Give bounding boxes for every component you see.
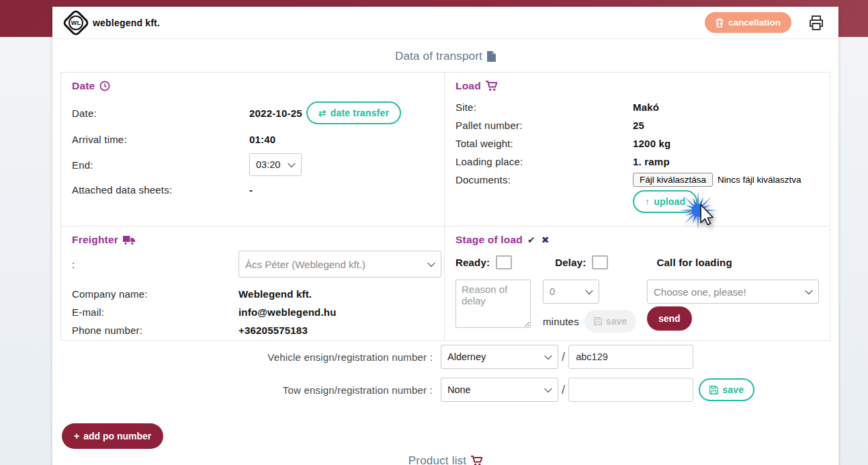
total-weight-value: 1200 kg — [633, 138, 670, 149]
registration-save-button[interactable]: save — [699, 378, 754, 401]
delay-label: Delay: — [555, 257, 586, 268]
plus-icon: + — [74, 431, 79, 441]
printer-icon — [808, 15, 825, 31]
tow-registration-row: Tow ensign/registration number : None / … — [52, 378, 838, 402]
header-actions: cancellation — [705, 12, 825, 33]
page-title-text: Data of transport — [395, 50, 482, 63]
stage-save-button[interactable]: save — [584, 310, 636, 333]
date-panel-title: Date — [72, 80, 95, 92]
reason-of-delay-textarea[interactable] — [455, 280, 531, 328]
ready-label: Ready: — [455, 257, 490, 268]
email-label: E-mail: — [72, 306, 238, 318]
phone-number-value: +36205575183 — [238, 325, 308, 336]
slash-separator: / — [562, 383, 565, 397]
date-transfer-label: date transfer — [331, 108, 389, 118]
cross-icon: ✖ — [541, 235, 551, 245]
cancellation-button[interactable]: cancellation — [705, 12, 791, 33]
card-header: WL weblegend kft. cancellation — [52, 7, 838, 39]
minutes-label: minutes — [543, 316, 579, 327]
main-card: WL weblegend kft. cancellation Data of t… — [52, 7, 838, 465]
call-for-loading-label: Call for loading — [656, 257, 732, 268]
freighter-select-label: : — [72, 259, 238, 270]
date-value: 2022-10-25 — [249, 108, 302, 119]
upload-label: upload — [654, 196, 685, 207]
product-list-title: Product list — [52, 454, 838, 465]
add-po-label: add po number — [83, 431, 151, 441]
transfer-arrows-icon: ⇄ — [318, 108, 327, 118]
date-panel: Date Date: 2022-10-25 ⇄ date transfer Ar… — [60, 72, 445, 226]
cart-icon — [471, 456, 482, 465]
slash-separator: / — [562, 350, 565, 364]
pallet-number-label: Pallet number: — [455, 120, 633, 131]
print-button[interactable] — [808, 15, 825, 31]
cart-icon — [486, 81, 497, 91]
documents-file-input: Fájl kiválasztása Nincs fájl kiválasztva — [633, 173, 801, 187]
clock-icon — [99, 81, 110, 91]
tow-number-input[interactable] — [568, 378, 693, 402]
load-panel-title: Load — [455, 80, 481, 92]
phone-number-label: Phone number: — [72, 325, 238, 336]
date-label: Date: — [72, 108, 249, 119]
arrival-time-label: Arrival time: — [72, 134, 249, 145]
logo-diamond-icon: WL — [62, 8, 90, 36]
page-title: Data of transport — [52, 48, 838, 65]
logo-monogram: WL — [69, 15, 83, 30]
upload-arrow-icon: ↑ — [645, 196, 650, 207]
check-icon: ✔ — [527, 235, 537, 245]
attached-sheets-value: - — [249, 184, 253, 196]
email-value: info@weblegend.hu — [238, 306, 337, 318]
vehicle-country-select[interactable]: Alderney — [441, 345, 558, 369]
tow-ensign-label: Tow ensign/registration number : — [52, 384, 441, 396]
brand-name: weblegend kft. — [93, 17, 160, 28]
site-value: Makó — [633, 101, 659, 113]
total-weight-label: Total weight: — [455, 138, 633, 149]
floppy-icon — [709, 386, 718, 394]
product-list-title-text: Product list — [408, 454, 467, 465]
vehicle-registration-row: Vehicle ensign/registration number : Ald… — [52, 345, 838, 369]
vehicle-ensign-label: Vehicle ensign/registration number : — [52, 351, 441, 363]
freighter-panel-title: Freighter — [72, 234, 118, 246]
stage-panel-title: Stage of load — [455, 234, 523, 246]
vehicle-number-input[interactable] — [568, 345, 693, 369]
loading-place-label: Loading place: — [455, 156, 633, 167]
ready-checkbox[interactable] — [496, 255, 512, 269]
company-name-value: Weblegend kft. — [238, 288, 312, 300]
call-for-loading-select[interactable]: Choose one, please! — [647, 280, 819, 304]
trash-icon — [715, 18, 724, 28]
delay-checkbox[interactable] — [592, 255, 608, 269]
freighter-select[interactable]: Ács Péter (Weblegend kft.) — [238, 251, 441, 278]
truck-icon — [123, 235, 135, 245]
file-status-text: Nincs fájl kiválasztva — [718, 175, 801, 185]
stage-of-load-panel: Stage of load ✔ ✖ Ready: Delay: Call for… — [445, 226, 830, 341]
file-choose-button[interactable]: Fájl kiválasztása — [633, 173, 713, 187]
freighter-panel: Freighter : Ács Péter (Weblegend kft.) C… — [60, 226, 445, 341]
loading-place-value: 1. ramp — [633, 156, 670, 167]
pallet-number-value: 25 — [633, 120, 644, 131]
end-label: End: — [72, 159, 249, 171]
registration-save-label: save — [722, 384, 744, 395]
add-po-number-button[interactable]: + add po number — [62, 423, 163, 449]
cancellation-label: cancellation — [728, 17, 781, 28]
documents-label: Documents: — [455, 174, 633, 185]
brand-logo: WL weblegend kft. — [66, 13, 160, 33]
end-time-select[interactable]: 03:20 — [249, 153, 302, 176]
load-panel: Load Site: Makó Pallet number: 25 Total … — [445, 72, 830, 226]
site-label: Site: — [455, 101, 633, 113]
company-name-label: Company name: — [72, 288, 238, 300]
document-icon — [487, 51, 496, 62]
stage-save-label: save — [606, 316, 627, 327]
tow-country-select[interactable]: None — [441, 378, 558, 402]
send-button[interactable]: send — [647, 306, 692, 331]
arrival-time-value: 01:40 — [249, 134, 275, 145]
delay-minutes-select[interactable]: 0 — [543, 280, 599, 304]
panels-grid: Date Date: 2022-10-25 ⇄ date transfer Ar… — [60, 72, 830, 341]
floppy-icon — [594, 317, 602, 325]
attached-sheets-label: Attached data sheets: — [72, 184, 249, 196]
date-transfer-button[interactable]: ⇄ date transfer — [306, 101, 401, 124]
upload-button[interactable]: ↑ upload — [633, 190, 697, 213]
